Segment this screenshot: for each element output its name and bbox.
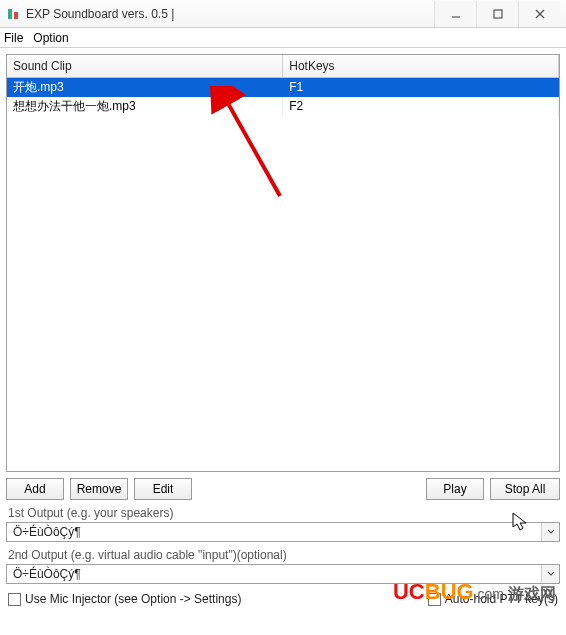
output1-combo[interactable]: Ö÷ÉùÒôÇý¶ [6, 522, 560, 542]
mic-injector-checkbox[interactable]: Use Mic Injector (see Option -> Settings… [8, 592, 241, 606]
checkbox-icon [428, 593, 441, 606]
col-soundclip[interactable]: Sound Clip [7, 55, 283, 77]
button-row: Add Remove Edit Play Stop All [6, 478, 560, 500]
edit-button[interactable]: Edit [134, 478, 192, 500]
menu-option[interactable]: Option [33, 31, 68, 45]
autohold-label: Auto-hold PTT key(s) [445, 592, 558, 606]
sound-table[interactable]: Sound Clip HotKeys 开炮.mp3 F1 想想办法干他一炮.mp… [6, 54, 560, 472]
output2-combo[interactable]: Ö÷ÉùÒôÇý¶ [6, 564, 560, 584]
close-button[interactable] [518, 1, 560, 27]
output2-label: 2nd Output (e.g. virtual audio cable "in… [6, 548, 560, 562]
menubar: File Option [0, 28, 566, 48]
autohold-checkbox[interactable]: Auto-hold PTT key(s) [428, 592, 558, 606]
checkbox-icon [8, 593, 21, 606]
output1-label: 1st Output (e.g. your speakers) [6, 506, 560, 520]
add-button[interactable]: Add [6, 478, 64, 500]
app-icon [6, 7, 20, 21]
remove-button[interactable]: Remove [70, 478, 128, 500]
cell-clip: 开炮.mp3 [7, 77, 283, 97]
output1-value: Ö÷ÉùÒôÇý¶ [7, 525, 541, 539]
maximize-button[interactable] [476, 1, 518, 27]
minimize-button[interactable] [434, 1, 476, 27]
window-buttons [434, 1, 560, 27]
window-title: EXP Soundboard vers. 0.5 | [26, 7, 434, 21]
cell-hotkey: F2 [283, 97, 559, 116]
stop-all-button[interactable]: Stop All [490, 478, 560, 500]
checkbox-row: Use Mic Injector (see Option -> Settings… [6, 592, 560, 606]
output2-value: Ö÷ÉùÒôÇý¶ [7, 567, 541, 581]
cell-clip: 想想办法干他一炮.mp3 [7, 97, 283, 116]
mic-injector-label: Use Mic Injector (see Option -> Settings… [25, 592, 241, 606]
svg-rect-1 [14, 12, 18, 19]
svg-rect-3 [494, 10, 502, 18]
col-hotkeys[interactable]: HotKeys [283, 55, 559, 77]
table-row[interactable]: 开炮.mp3 F1 [7, 77, 559, 97]
table-header-row: Sound Clip HotKeys [7, 55, 559, 77]
chevron-down-icon[interactable] [541, 565, 559, 583]
titlebar: EXP Soundboard vers. 0.5 | [0, 0, 566, 28]
table-row[interactable]: 想想办法干他一炮.mp3 F2 [7, 97, 559, 116]
cell-hotkey: F1 [283, 77, 559, 97]
play-button[interactable]: Play [426, 478, 484, 500]
menu-file[interactable]: File [4, 31, 23, 45]
svg-rect-0 [8, 9, 12, 19]
chevron-down-icon[interactable] [541, 523, 559, 541]
